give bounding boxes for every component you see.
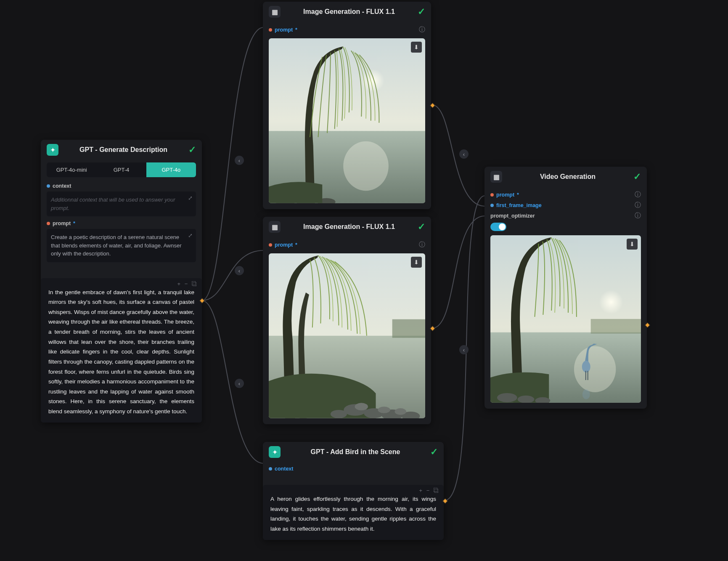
willow-lake-image bbox=[269, 38, 425, 203]
tab-gpt4o[interactable]: GPT-4o bbox=[146, 162, 196, 177]
node-gpt-description[interactable]: ✦ GPT - Generate Description ✓ GPT-4o-mi… bbox=[41, 140, 202, 423]
svg-point-21 bbox=[574, 346, 616, 392]
expand-icon[interactable]: ⤢ bbox=[188, 195, 193, 201]
download-icon[interactable]: ⬇ bbox=[627, 239, 638, 250]
output-tools[interactable]: + − ⿻ bbox=[177, 281, 199, 287]
openai-icon: ✦ bbox=[47, 144, 58, 156]
node-header[interactable]: ▦ Video Generation ✓ bbox=[484, 167, 647, 188]
check-icon: ✓ bbox=[430, 447, 438, 457]
info-icon[interactable]: ⓘ bbox=[419, 241, 425, 249]
node-flux-1[interactable]: ▦ Image Generation - FLUX 1.1 ✓ prompt *… bbox=[263, 2, 431, 209]
check-icon: ✓ bbox=[418, 221, 425, 232]
context-input[interactable]: Additionnal context that will be used to… bbox=[47, 191, 196, 216]
info-icon[interactable]: ⓘ bbox=[419, 26, 425, 34]
heron-lake-image bbox=[490, 235, 641, 403]
svg-point-3 bbox=[343, 141, 389, 191]
info-icon[interactable]: ⓘ bbox=[635, 191, 641, 199]
output-text: In the gentle embrace of dawn's first li… bbox=[48, 287, 194, 417]
video-icon: ▦ bbox=[490, 171, 502, 183]
prompt-input[interactable]: Create a poetic description of a serene … bbox=[47, 229, 196, 262]
node-header[interactable]: ✦ GPT - Generate Description ✓ bbox=[41, 140, 202, 161]
edge-collapse-btn[interactable]: ‹ bbox=[235, 156, 244, 165]
generated-video-frame: ⬇ bbox=[490, 235, 641, 403]
first-frame-label[interactable]: first_frame_image bbox=[496, 202, 542, 208]
model-tabs: GPT-4o-mini GPT-4 GPT-4o bbox=[47, 162, 196, 177]
port-dot-icon bbox=[490, 193, 494, 197]
prompt-label[interactable]: prompt bbox=[275, 27, 293, 33]
edge-collapse-btn[interactable]: ‹ bbox=[235, 266, 244, 275]
svg-point-23 bbox=[497, 393, 517, 402]
generated-image: ⬇ bbox=[269, 38, 425, 203]
svg-point-15 bbox=[355, 403, 368, 410]
svg-point-17 bbox=[395, 408, 406, 415]
info-icon[interactable]: ⓘ bbox=[635, 212, 641, 220]
node-title: Video Generation bbox=[506, 173, 629, 181]
tab-gpt4o-mini[interactable]: GPT-4o-mini bbox=[47, 162, 96, 177]
svg-point-29 bbox=[582, 389, 590, 399]
willow-shore-image bbox=[269, 253, 425, 418]
svg-point-16 bbox=[378, 407, 390, 413]
expand-icon[interactable]: ⤢ bbox=[188, 232, 193, 239]
edge-collapse-btn[interactable]: ‹ bbox=[459, 345, 469, 354]
required-asterisk: * bbox=[73, 221, 75, 226]
node-header[interactable]: ▦ Image Generation - FLUX 1.1 ✓ bbox=[263, 217, 431, 238]
output-panel: + − ⿻ In the gentle embrace of dawn's fi… bbox=[41, 278, 202, 423]
svg-rect-28 bbox=[588, 371, 588, 380]
svg-rect-27 bbox=[585, 371, 586, 380]
download-icon[interactable]: ⬇ bbox=[411, 257, 422, 268]
node-title: Image Generation - FLUX 1.1 bbox=[285, 223, 413, 231]
node-video[interactable]: ▦ Video Generation ✓ prompt * ⓘ first_fr… bbox=[484, 167, 647, 409]
node-title: Image Generation - FLUX 1.1 bbox=[285, 8, 413, 16]
port-dot-icon bbox=[269, 467, 272, 471]
prompt-label[interactable]: prompt bbox=[275, 242, 293, 248]
image-icon: ▦ bbox=[269, 6, 281, 18]
prompt-label: prompt bbox=[53, 221, 71, 226]
node-flux-2[interactable]: ▦ Image Generation - FLUX 1.1 ✓ prompt *… bbox=[263, 217, 431, 424]
node-title: GPT - Add Bird in the Scene bbox=[285, 448, 426, 456]
check-icon: ✓ bbox=[188, 144, 196, 155]
download-icon[interactable]: ⬇ bbox=[411, 42, 422, 53]
optimizer-toggle[interactable] bbox=[490, 223, 506, 231]
svg-point-14 bbox=[331, 410, 347, 418]
image-icon: ▦ bbox=[269, 221, 281, 233]
generated-image: ⬇ bbox=[269, 253, 425, 418]
output-panel: + − ⿻ A heron glides effortlessly throug… bbox=[263, 485, 444, 540]
svg-point-26 bbox=[582, 361, 590, 372]
output-tools[interactable]: + − ⿻ bbox=[419, 487, 440, 494]
port-dot-icon bbox=[47, 184, 50, 188]
context-label: context bbox=[53, 183, 71, 189]
tab-gpt4[interactable]: GPT-4 bbox=[96, 162, 146, 177]
port-dot-icon bbox=[47, 222, 50, 225]
node-title: GPT - Generate Description bbox=[63, 146, 184, 154]
node-header[interactable]: ▦ Image Generation - FLUX 1.1 ✓ bbox=[263, 2, 431, 23]
optimizer-label: prompt_optimizer bbox=[490, 213, 535, 219]
port-dot-icon bbox=[490, 204, 494, 207]
check-icon: ✓ bbox=[633, 171, 641, 182]
context-label[interactable]: context bbox=[275, 466, 293, 472]
output-text: A heron glides effortlessly through the … bbox=[270, 494, 436, 534]
edge-collapse-btn[interactable]: ‹ bbox=[235, 379, 244, 388]
port-dot-icon bbox=[269, 243, 272, 247]
port-dot-icon bbox=[269, 28, 272, 32]
check-icon: ✓ bbox=[418, 6, 425, 17]
node-gpt-bird[interactable]: ✦ GPT - Add Bird in the Scene ✓ context … bbox=[263, 442, 444, 540]
svg-rect-9 bbox=[392, 319, 425, 338]
svg-rect-22 bbox=[591, 319, 641, 334]
info-icon[interactable]: ⓘ bbox=[635, 201, 641, 209]
openai-icon: ✦ bbox=[269, 446, 281, 458]
node-header[interactable]: ✦ GPT - Add Bird in the Scene ✓ bbox=[263, 442, 444, 463]
edge-collapse-btn[interactable]: ‹ bbox=[459, 149, 469, 159]
prompt-label[interactable]: prompt bbox=[496, 192, 514, 198]
